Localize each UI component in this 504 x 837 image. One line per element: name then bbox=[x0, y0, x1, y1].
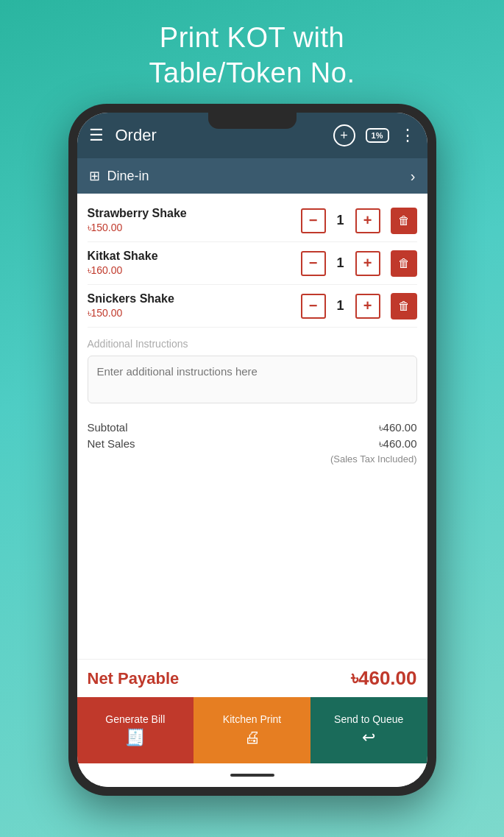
trash-icon-2: 🗑 bbox=[398, 300, 410, 313]
increase-qty-1[interactable]: + bbox=[355, 251, 380, 276]
item-controls-0: − 1 + 🗑 bbox=[301, 208, 417, 234]
delete-item-2[interactable]: 🗑 bbox=[391, 293, 417, 319]
net-sales-row: Net Sales ৳460.00 bbox=[88, 437, 417, 451]
phone-screen: ☰ Order + 1% ⋮ ⊞ Dine-in › bbox=[77, 113, 427, 787]
spacer bbox=[77, 469, 427, 659]
content-area: Strawberry Shake ৳150.00 − 1 + 🗑 bbox=[77, 194, 427, 659]
chevron-right-icon: › bbox=[411, 168, 416, 185]
qty-value-1: 1 bbox=[332, 255, 349, 271]
item-name-0: Strawberry Shake bbox=[88, 207, 301, 220]
dine-in-label: Dine-in bbox=[107, 169, 411, 184]
decrease-qty-0[interactable]: − bbox=[301, 208, 326, 233]
add-icon: + bbox=[340, 128, 348, 144]
send-to-queue-label: Send to Queue bbox=[334, 713, 403, 725]
trash-icon-0: 🗑 bbox=[398, 214, 410, 227]
order-item-1: Kitkat Shake ৳160.00 − 1 + 🗑 bbox=[88, 242, 417, 285]
kitchen-print-label: Kitchen Print bbox=[223, 713, 281, 725]
delete-item-0[interactable]: 🗑 bbox=[391, 208, 417, 234]
order-items-list: Strawberry Shake ৳150.00 − 1 + 🗑 bbox=[77, 194, 427, 328]
home-indicator bbox=[77, 763, 427, 787]
generate-bill-label: Generate Bill bbox=[105, 713, 165, 725]
net-sales-label: Net Sales bbox=[88, 437, 135, 451]
item-info-1: Kitkat Shake ৳160.00 bbox=[88, 250, 301, 277]
item-price-1: ৳160.00 bbox=[88, 264, 301, 277]
menu-icon[interactable]: ☰ bbox=[89, 126, 104, 145]
summary-section: Subtotal ৳460.00 Net Sales ৳460.00 (Sale… bbox=[77, 411, 427, 469]
net-sales-value: ৳460.00 bbox=[379, 437, 417, 451]
subtotal-row: Subtotal ৳460.00 bbox=[88, 421, 417, 434]
phone-outer: ☰ Order + 1% ⋮ ⊞ Dine-in › bbox=[68, 104, 436, 796]
net-payable-value: ৳460.00 bbox=[351, 667, 417, 690]
tax-note: (Sales Tax Included) bbox=[88, 453, 417, 465]
phone-notch bbox=[208, 113, 297, 129]
header-text: Print KOT withTable/Token No. bbox=[149, 21, 355, 91]
action-buttons: Generate Bill 🧾 Kitchen Print 🖨 Send to … bbox=[77, 697, 427, 763]
subtotal-value: ৳460.00 bbox=[379, 421, 417, 434]
net-payable-row: Net Payable ৳460.00 bbox=[77, 659, 427, 697]
send-to-queue-button[interactable]: Send to Queue ↩ bbox=[310, 697, 427, 763]
item-controls-2: − 1 + 🗑 bbox=[301, 293, 417, 319]
bill-icon: 🧾 bbox=[125, 728, 145, 747]
decrease-qty-1[interactable]: − bbox=[301, 251, 326, 276]
queue-icon: ↩ bbox=[362, 728, 375, 747]
item-name-2: Snickers Shake bbox=[88, 292, 301, 306]
qty-value-2: 1 bbox=[332, 298, 349, 314]
qty-value-0: 1 bbox=[332, 213, 349, 228]
dine-in-bar[interactable]: ⊞ Dine-in › bbox=[77, 158, 427, 194]
instructions-section: Additional Instructions bbox=[77, 328, 427, 411]
increase-qty-2[interactable]: + bbox=[355, 294, 380, 319]
printer-icon: 🖨 bbox=[244, 728, 260, 747]
more-options-button[interactable]: ⋮ bbox=[400, 126, 416, 145]
delete-item-1[interactable]: 🗑 bbox=[391, 250, 417, 277]
order-item-2: Snickers Shake ৳150.00 − 1 + 🗑 bbox=[88, 285, 417, 328]
item-info-2: Snickers Shake ৳150.00 bbox=[88, 292, 301, 319]
order-item-0: Strawberry Shake ৳150.00 − 1 + 🗑 bbox=[88, 199, 417, 242]
item-price-0: ৳150.00 bbox=[88, 222, 301, 234]
top-bar-icons: + 1% ⋮ bbox=[333, 124, 416, 146]
decrease-qty-2[interactable]: − bbox=[301, 294, 326, 319]
instructions-input[interactable] bbox=[88, 356, 417, 403]
add-item-button[interactable]: + bbox=[333, 124, 355, 146]
trash-icon-1: 🗑 bbox=[398, 257, 410, 270]
subtotal-label: Subtotal bbox=[88, 421, 128, 434]
item-name-1: Kitkat Shake bbox=[88, 250, 301, 263]
instructions-label: Additional Instructions bbox=[88, 338, 417, 350]
kitchen-print-button[interactable]: Kitchen Print 🖨 bbox=[194, 697, 310, 763]
home-bar bbox=[230, 774, 274, 777]
generate-bill-button[interactable]: Generate Bill 🧾 bbox=[77, 697, 194, 763]
item-price-2: ৳150.00 bbox=[88, 307, 301, 319]
dine-in-icon: ⊞ bbox=[89, 168, 100, 184]
net-payable-label: Net Payable bbox=[88, 669, 180, 688]
coupon-button[interactable]: 1% bbox=[366, 128, 389, 143]
item-info-0: Strawberry Shake ৳150.00 bbox=[88, 207, 301, 234]
dots-icon: ⋮ bbox=[400, 126, 416, 144]
item-controls-1: − 1 + 🗑 bbox=[301, 250, 417, 277]
coupon-icon: 1% bbox=[372, 131, 383, 140]
increase-qty-0[interactable]: + bbox=[355, 208, 380, 233]
